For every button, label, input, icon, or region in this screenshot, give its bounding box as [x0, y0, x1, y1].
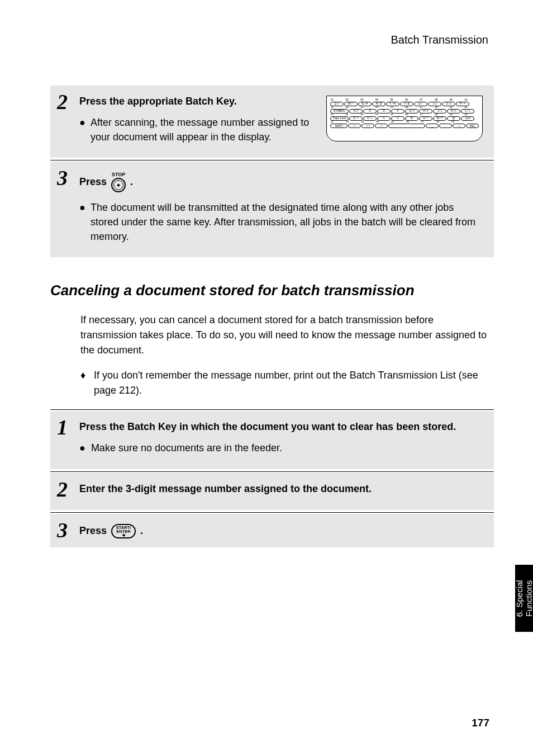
start-enter-button-icon: START/ ENTER ◈: [111, 524, 136, 538]
step-number-2: 2: [57, 91, 73, 112]
divider: [50, 471, 494, 472]
section-title: Canceling a document stored for batch tr…: [50, 282, 494, 299]
page-number: 177: [472, 717, 489, 729]
bullet-icon: ●: [79, 200, 85, 244]
step-2-title: Press the appropriate Batch Key.: [79, 96, 315, 107]
bullet-icon: ●: [79, 441, 85, 455]
divider: [50, 409, 494, 410]
step-2-bullet: After scanning, the message number assig…: [91, 115, 315, 144]
step-number-3: 3: [57, 519, 73, 541]
step-1b-box: 1 Press the Batch Key in which the docum…: [50, 411, 494, 469]
step-1b-title: Press the Batch Key in which the documen…: [79, 421, 483, 433]
press-label: Press: [79, 176, 107, 188]
step-2b-title: Enter the 3-digit message number assigne…: [79, 483, 483, 495]
step-2b-box: 2 Enter the 3-digit message number assig…: [50, 473, 494, 510]
divider: [50, 160, 494, 160]
step-3-bullet: The document will be transmitted at the …: [91, 200, 483, 244]
diamond-text: If you don't remember the message number…: [94, 368, 488, 398]
divider: [50, 512, 494, 513]
keyboard-illustration: 01020304050607080910 Q / !W / ^E / #R / …: [326, 96, 483, 141]
page-header: Batch Transmission: [50, 34, 494, 46]
bullet-icon: ●: [79, 115, 85, 144]
step-3-box: 3 Press STOP . ● The document will be tr…: [50, 162, 494, 257]
step-number-3: 3: [57, 167, 73, 188]
step-number-2: 2: [57, 479, 73, 500]
press-dot: .: [130, 176, 133, 188]
section-paragraph: If necessary, you can cancel a document …: [80, 313, 488, 358]
section-side-tab: 6. SpecialFunctions: [515, 565, 533, 632]
step-1b-bullet: Make sure no documents are in the feeder…: [91, 441, 282, 455]
side-tab-text: 6. SpecialFunctions: [515, 580, 533, 617]
step-number-1: 1: [57, 417, 73, 438]
stop-button-icon: STOP: [111, 172, 126, 192]
step-3b-box: 3 Press START/ ENTER ◈ .: [50, 514, 494, 547]
press-label: Press: [79, 525, 107, 537]
step-2-box: 2 Press the appropriate Batch Key. ● Aft…: [50, 86, 494, 158]
press-dot: .: [140, 525, 143, 537]
diamond-icon: ♦: [80, 368, 88, 398]
